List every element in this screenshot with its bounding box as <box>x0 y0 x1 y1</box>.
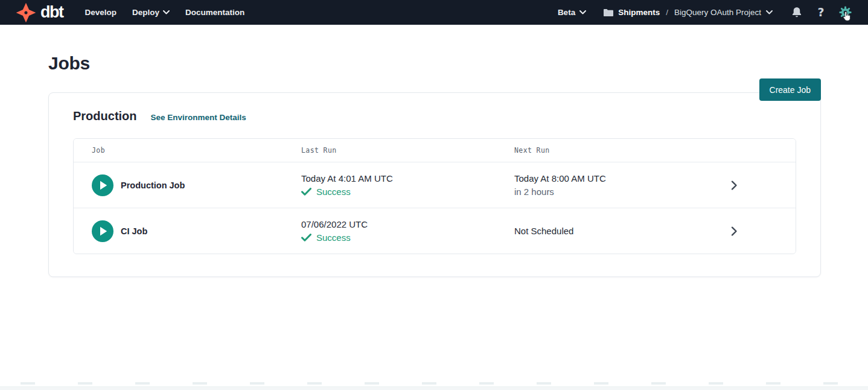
folder-icon <box>603 8 613 17</box>
next-run-time: Not Scheduled <box>514 226 777 236</box>
job-cell: Production Job <box>92 174 301 196</box>
project-breadcrumb: Shipments / BigQuery OAuth Project <box>603 8 773 17</box>
environment-header: Production See Environment Details <box>73 109 796 123</box>
last-run-time: Today At 4:01 AM UTC <box>301 173 514 184</box>
job-cell: CI Job <box>92 220 301 242</box>
dbt-logo-mark-icon <box>16 2 36 23</box>
dbt-logo[interactable]: dbt <box>16 2 63 23</box>
bottom-band <box>0 386 868 390</box>
top-navbar: dbt Develop Deploy Documentation Beta Sh… <box>0 0 868 25</box>
next-run-time: Today At 8:00 AM UTC <box>514 173 777 184</box>
page-header: Jobs Create Job <box>0 53 868 74</box>
table-row-production-job[interactable]: Production Job Today At 4:01 AM UTC Succ… <box>74 162 796 208</box>
chevron-down-icon <box>579 10 586 14</box>
nav-item-develop[interactable]: Develop <box>85 8 116 17</box>
bottom-edge-artifact <box>0 382 868 390</box>
table-header-row: Job Last Run Next Run <box>74 139 796 162</box>
chevron-right-icon[interactable] <box>731 180 738 190</box>
environment-name: Production <box>73 109 137 123</box>
navbar-icon-group: ? <box>790 5 852 20</box>
create-job-button[interactable]: Create Job <box>759 78 821 101</box>
help-icon: ? <box>817 7 824 18</box>
next-run-relative: in 2 hours <box>514 187 777 197</box>
settings-button[interactable] <box>838 5 852 20</box>
nav-item-label: Develop <box>85 8 116 17</box>
last-run-time: 07/06/2022 UTC <box>301 219 514 229</box>
breadcrumb-account[interactable]: Shipments <box>618 8 660 17</box>
chevron-right-icon[interactable] <box>731 226 738 236</box>
last-run-cell: Today At 4:01 AM UTC Success <box>301 173 514 197</box>
column-header-last-run: Last Run <box>301 146 514 155</box>
beta-dropdown[interactable]: Beta <box>558 8 586 17</box>
chevron-down-icon <box>163 10 170 14</box>
jobs-table: Job Last Run Next Run Production Job Tod… <box>73 138 796 254</box>
page-title: Jobs <box>48 53 868 74</box>
notifications-button[interactable] <box>790 5 804 20</box>
bell-icon <box>791 7 802 18</box>
status-label: Success <box>316 232 351 243</box>
job-name: Production Job <box>121 181 185 190</box>
nav-item-label: Deploy <box>132 8 159 17</box>
check-icon <box>301 234 311 241</box>
column-header-next-run: Next Run <box>514 146 777 155</box>
dbt-wordmark: dbt <box>40 4 63 21</box>
breadcrumb-project: BigQuery OAuth Project <box>674 8 761 17</box>
last-run-cell: 07/06/2022 UTC Success <box>301 219 514 243</box>
breadcrumb-separator: / <box>665 8 669 17</box>
next-run-cell: Today At 8:00 AM UTC in 2 hours <box>514 173 777 197</box>
column-header-job: Job <box>92 146 301 155</box>
beta-label: Beta <box>558 8 575 17</box>
nav-item-label: Documentation <box>185 8 244 17</box>
hand-pointer-cursor-icon <box>843 11 852 24</box>
see-environment-details-link[interactable]: See Environment Details <box>151 113 246 122</box>
chevron-down-icon <box>766 10 773 14</box>
last-run-status: Success <box>301 187 514 197</box>
environment-card: Production See Environment Details Job L… <box>48 92 821 277</box>
next-run-cell: Not Scheduled <box>514 226 777 236</box>
project-selector[interactable]: BigQuery OAuth Project <box>674 8 773 17</box>
help-button[interactable]: ? <box>814 5 828 20</box>
navbar-right: Beta Shipments / BigQuery OAuth Project <box>558 5 852 20</box>
bottom-dashes <box>0 382 868 385</box>
last-run-status: Success <box>301 232 514 243</box>
primary-nav: Develop Deploy Documentation <box>85 8 244 17</box>
status-label: Success <box>316 187 351 197</box>
check-icon <box>301 188 311 196</box>
nav-item-deploy[interactable]: Deploy <box>132 8 170 17</box>
run-play-button[interactable] <box>92 174 113 196</box>
run-play-button[interactable] <box>92 220 113 242</box>
job-name: CI Job <box>121 226 147 236</box>
nav-item-documentation[interactable]: Documentation <box>185 8 244 17</box>
table-row-ci-job[interactable]: CI Job 07/06/2022 UTC Success Not Schedu… <box>74 208 796 254</box>
